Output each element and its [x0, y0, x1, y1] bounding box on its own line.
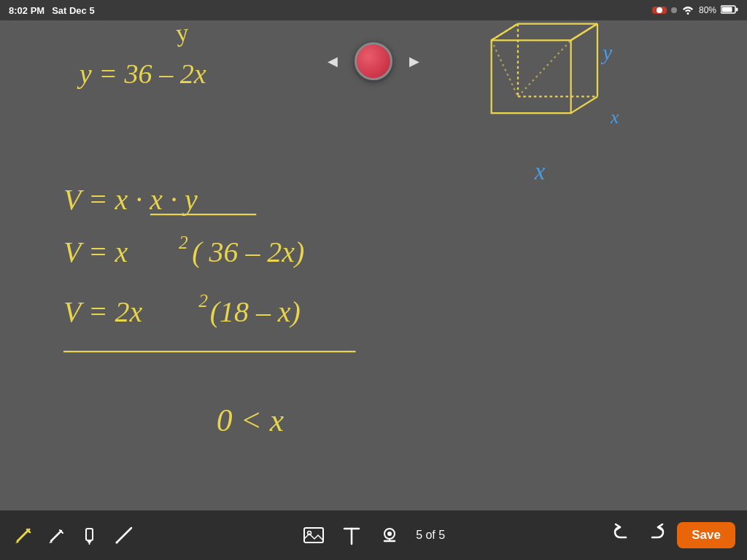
wifi-icon — [681, 4, 694, 17]
save-button[interactable]: Save — [677, 522, 735, 548]
svg-text:y: y — [600, 41, 612, 64]
next-button[interactable]: ▶ — [404, 51, 425, 71]
svg-text:y: y — [175, 20, 190, 47]
svg-rect-36 — [86, 529, 93, 540]
svg-rect-1 — [722, 7, 732, 12]
svg-line-9 — [571, 24, 597, 41]
svg-text:V = x · x · y: V = x · x · y — [63, 183, 198, 216]
insert-image-tool[interactable] — [302, 524, 325, 547]
svg-text:V = x: V = x — [63, 236, 128, 268]
svg-line-33 — [51, 531, 61, 541]
svg-rect-41 — [304, 528, 323, 542]
svg-text:2: 2 — [179, 232, 188, 252]
drawing-tools — [12, 524, 136, 547]
svg-point-46 — [387, 532, 392, 536]
record-button[interactable] — [355, 42, 392, 80]
highlighter-tool[interactable] — [79, 524, 102, 547]
pencil-tool[interactable] — [45, 524, 69, 547]
undo-redo-group — [611, 523, 667, 548]
line-tool[interactable] — [112, 524, 136, 547]
svg-line-10 — [571, 96, 597, 113]
page-counter: 5 of 5 — [416, 529, 445, 542]
battery-icon — [721, 5, 738, 16]
toolbar-center: 5 of 5 — [302, 524, 445, 547]
svg-text:2: 2 — [198, 290, 208, 311]
prev-button[interactable]: ◀ — [322, 51, 343, 71]
marker-tool[interactable] — [12, 524, 35, 547]
rec-dot — [657, 7, 662, 13]
svg-text:V = 2x: V = 2x — [63, 295, 143, 328]
battery-percentage: 80% — [699, 5, 716, 15]
stamp-tool[interactable] — [378, 524, 401, 547]
svg-text:0 < x: 0 < x — [217, 402, 285, 438]
svg-line-16 — [518, 40, 571, 96]
cube-drawing — [492, 24, 597, 114]
svg-text:x: x — [610, 106, 619, 127]
nav-controls: ◀ ▶ — [322, 42, 425, 80]
redo-button[interactable] — [645, 523, 667, 548]
bottom-toolbar: 5 of 5 Save — [0, 510, 747, 560]
undo-button[interactable] — [611, 523, 633, 548]
math-canvas: y y = 36 – 2x y x x — [0, 20, 747, 510]
toolbar-right: Save — [611, 522, 735, 548]
status-bar: 8:02 PM Sat Dec 5 80% — [0, 0, 747, 20]
svg-text:x: x — [534, 158, 546, 184]
recording-indicator — [652, 7, 667, 14]
date-display: Sat Dec 5 — [52, 5, 95, 16]
svg-rect-2 — [736, 7, 738, 11]
svg-line-30 — [18, 529, 29, 541]
signal-dot — [671, 7, 677, 13]
svg-text:(18 – x): (18 – x) — [210, 295, 301, 328]
svg-text:y = 36 – 2x: y = 36 – 2x — [77, 58, 206, 89]
insert-text-tool[interactable] — [340, 524, 363, 547]
svg-point-40 — [116, 542, 118, 544]
svg-rect-5 — [492, 40, 571, 113]
canvas-area[interactable]: ◀ ▶ y y = 36 – 2x — [0, 20, 747, 510]
svg-line-39 — [117, 528, 131, 542]
svg-text:( 36 – 2x): ( 36 – 2x) — [192, 236, 304, 268]
svg-line-15 — [492, 40, 518, 96]
time-display: 8:02 PM — [9, 5, 44, 16]
